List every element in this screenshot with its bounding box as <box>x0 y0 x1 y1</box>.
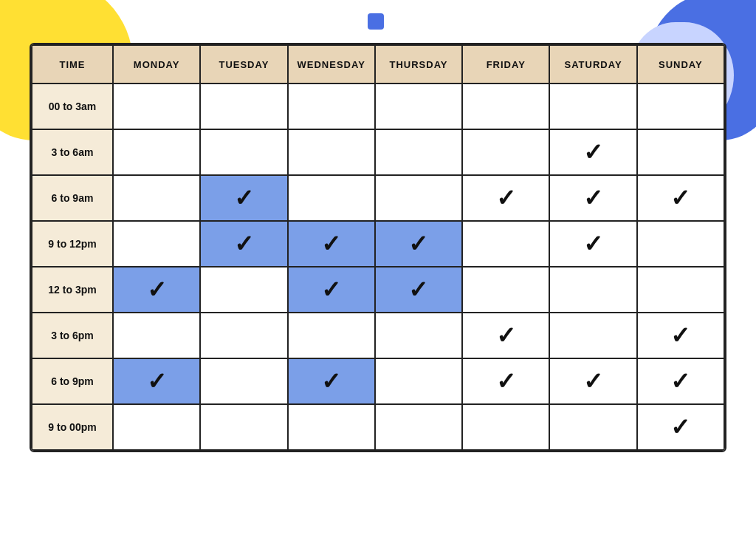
cell-r1-c1 <box>200 129 287 175</box>
cell-r6-c4: ✓ <box>462 358 549 404</box>
cell-r3-c1: ✓ <box>200 221 287 267</box>
cell-r6-c5: ✓ <box>549 358 636 404</box>
cell-r5-c5 <box>549 313 636 358</box>
cell-r3-c0 <box>113 221 200 267</box>
cell-r2-c1: ✓ <box>200 175 287 221</box>
cell-r1-c4 <box>462 129 549 175</box>
table-row: 00 to 3am <box>32 84 724 129</box>
cell-r6-c2: ✓ <box>288 358 375 404</box>
time-cell-6: 6 to 9pm <box>32 358 113 404</box>
table-body: 00 to 3am3 to 6am✓6 to 9am✓✓✓✓9 to 12pm✓… <box>32 84 724 450</box>
checkmark-icon: ✓ <box>496 369 516 393</box>
time-cell-7: 9 to 00pm <box>32 404 113 450</box>
time-cell-1: 3 to 6am <box>32 129 113 175</box>
cell-r1-c3 <box>375 129 462 175</box>
cell-r6-c3 <box>375 358 462 404</box>
col-header-sunday: SUNDAY <box>637 45 724 84</box>
cell-r0-c3 <box>375 84 462 129</box>
table-row: 6 to 9am✓✓✓✓ <box>32 175 724 221</box>
time-cell-4: 12 to 3pm <box>32 267 113 313</box>
checkmark-icon: ✓ <box>234 186 254 210</box>
cell-r3-c5: ✓ <box>549 221 636 267</box>
page-container: TIMEMONDAYTUESDAYWEDNESDAYTHURSDAYFRIDAY… <box>0 0 756 535</box>
cell-r2-c5: ✓ <box>549 175 636 221</box>
cell-r0-c5 <box>549 84 636 129</box>
checkmark-icon: ✓ <box>408 232 428 256</box>
col-header-saturday: SATURDAY <box>549 45 636 84</box>
checkmark-icon: ✓ <box>147 278 167 301</box>
table-row: 3 to 6am✓ <box>32 129 724 175</box>
cell-r3-c2: ✓ <box>288 221 375 267</box>
table-header-row: TIMEMONDAYTUESDAYWEDNESDAYTHURSDAYFRIDAY… <box>32 45 724 84</box>
schedule-table: TIMEMONDAYTUESDAYWEDNESDAYTHURSDAYFRIDAY… <box>31 44 725 451</box>
cell-r5-c0 <box>113 313 200 358</box>
cell-r2-c6: ✓ <box>637 175 724 221</box>
cell-r4-c1 <box>200 267 287 313</box>
checkmark-icon: ✓ <box>234 232 254 256</box>
table-row: 9 to 00pm✓ <box>32 404 724 450</box>
col-header-monday: MONDAY <box>113 45 200 84</box>
cell-r7-c3 <box>375 404 462 450</box>
logo-icon <box>368 13 384 30</box>
cell-r1-c0 <box>113 129 200 175</box>
time-cell-5: 3 to 6pm <box>32 313 113 358</box>
cell-r0-c0 <box>113 84 200 129</box>
col-header-friday: FRIDAY <box>462 45 549 84</box>
cell-r4-c4 <box>462 267 549 313</box>
cell-r5-c4: ✓ <box>462 313 549 358</box>
cell-r5-c2 <box>288 313 375 358</box>
cell-r6-c6: ✓ <box>637 358 724 404</box>
cell-r4-c2: ✓ <box>288 267 375 313</box>
cell-r3-c4 <box>462 221 549 267</box>
checkmark-icon: ✓ <box>147 369 167 393</box>
col-header-time: TIME <box>32 45 113 84</box>
checkmark-icon: ✓ <box>670 186 690 210</box>
cell-r2-c0 <box>113 175 200 221</box>
cell-r3-c3: ✓ <box>375 221 462 267</box>
checkmark-icon: ✓ <box>321 232 341 256</box>
checkmark-icon: ✓ <box>583 186 603 210</box>
cell-r4-c3: ✓ <box>375 267 462 313</box>
checkmark-icon: ✓ <box>496 324 516 347</box>
checkmark-icon: ✓ <box>670 415 690 439</box>
checkmark-icon: ✓ <box>321 369 341 393</box>
checkmark-icon: ✓ <box>408 278 428 301</box>
cell-r5-c1 <box>200 313 287 358</box>
cell-r1-c5: ✓ <box>549 129 636 175</box>
cell-r7-c5 <box>549 404 636 450</box>
cell-r0-c1 <box>200 84 287 129</box>
time-cell-2: 6 to 9am <box>32 175 113 221</box>
col-header-wednesday: WEDNESDAY <box>288 45 375 84</box>
checkmark-icon: ✓ <box>321 278 341 301</box>
cell-r5-c6: ✓ <box>637 313 724 358</box>
cell-r1-c2 <box>288 129 375 175</box>
cell-r4-c6 <box>637 267 724 313</box>
col-header-thursday: THURSDAY <box>375 45 462 84</box>
cell-r7-c0 <box>113 404 200 450</box>
page-header <box>30 13 726 33</box>
cell-r0-c6 <box>637 84 724 129</box>
cell-r6-c1 <box>200 358 287 404</box>
checkmark-icon: ✓ <box>670 369 690 393</box>
cell-r7-c1 <box>200 404 287 450</box>
cell-r6-c0: ✓ <box>113 358 200 404</box>
table-row: 6 to 9pm✓✓✓✓✓ <box>32 358 724 404</box>
table-row: 3 to 6pm✓✓ <box>32 313 724 358</box>
schedule-table-wrapper: TIMEMONDAYTUESDAYWEDNESDAYTHURSDAYFRIDAY… <box>30 43 726 452</box>
table-row: 9 to 12pm✓✓✓✓ <box>32 221 724 267</box>
cell-r7-c2 <box>288 404 375 450</box>
cell-r5-c3 <box>375 313 462 358</box>
cell-r2-c4: ✓ <box>462 175 549 221</box>
table-row: 12 to 3pm✓✓✓ <box>32 267 724 313</box>
cell-r2-c3 <box>375 175 462 221</box>
checkmark-icon: ✓ <box>583 140 603 164</box>
checkmark-icon: ✓ <box>583 232 603 256</box>
checkmark-icon: ✓ <box>670 324 690 347</box>
cell-r3-c6 <box>637 221 724 267</box>
checkmark-icon: ✓ <box>583 369 603 393</box>
checkmark-icon: ✓ <box>496 186 516 210</box>
cell-r0-c2 <box>288 84 375 129</box>
time-cell-0: 00 to 3am <box>32 84 113 129</box>
col-header-tuesday: TUESDAY <box>200 45 287 84</box>
cell-r1-c6 <box>637 129 724 175</box>
